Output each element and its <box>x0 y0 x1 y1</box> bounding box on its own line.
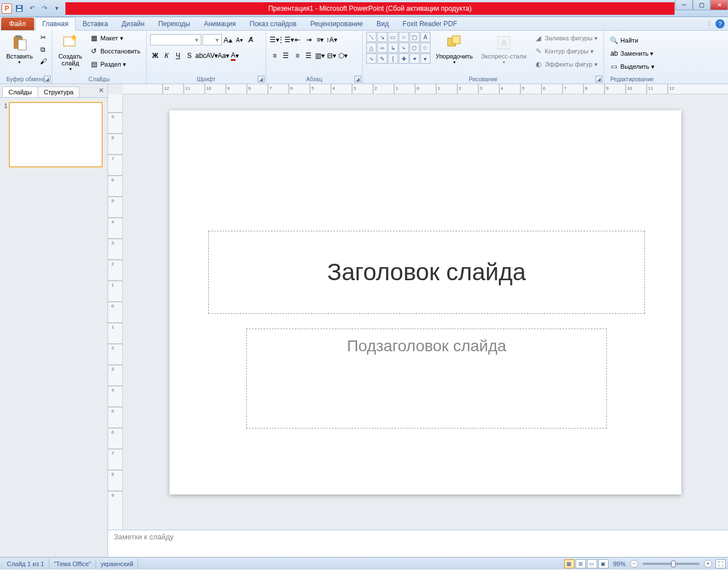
quick-styles-button[interactable]: A Экспресс-стили▾ <box>478 32 529 66</box>
slide-canvas-area[interactable]: Заголовок слайда Подзаголовок слайда <box>123 94 728 530</box>
find-button[interactable]: 🔍Найти <box>607 34 657 47</box>
maximize-button[interactable]: ▢ <box>693 0 710 10</box>
case-icon[interactable]: Aa▾ <box>218 50 229 61</box>
clipboard-launcher[interactable]: ◢ <box>44 76 51 82</box>
drawing-launcher[interactable]: ◢ <box>595 76 602 82</box>
columns-icon[interactable]: ▥▾ <box>315 50 325 61</box>
tab-view[interactable]: Вид <box>370 18 396 30</box>
strike-icon[interactable]: S <box>184 50 195 61</box>
tab-review[interactable]: Рецензирование <box>303 18 370 30</box>
increase-indent-icon[interactable]: ⇥ <box>304 34 314 45</box>
clear-format-icon[interactable]: A̸ <box>246 34 256 45</box>
copy-icon[interactable]: ⧉ <box>38 44 48 55</box>
shape-effects-button[interactable]: ◐Эффекты фигур ▾ <box>532 58 600 70</box>
font-color-icon[interactable]: A▾ <box>230 50 240 61</box>
shape-plus-icon[interactable]: ✚ <box>399 53 409 64</box>
minimize-ribbon-icon[interactable]: 〈 <box>703 19 712 28</box>
shape-textbox-icon[interactable]: A <box>420 32 431 42</box>
shape-oval-icon[interactable]: ○ <box>399 32 409 42</box>
reset-button[interactable]: ↺Восстановить <box>87 45 142 57</box>
italic-icon[interactable]: К <box>162 50 172 61</box>
zoom-in-icon[interactable]: + <box>704 560 712 568</box>
zoom-thumb[interactable] <box>671 560 676 567</box>
slide[interactable]: Заголовок слайда Подзаголовок слайда <box>169 110 681 494</box>
justify-icon[interactable]: ☰ <box>304 50 314 61</box>
font-size-combo[interactable]: ▾ <box>202 34 222 45</box>
bold-icon[interactable]: Ж <box>150 50 160 61</box>
qat-dropdown-icon[interactable]: ▾ <box>52 3 62 14</box>
close-button[interactable]: ✕ <box>710 0 728 10</box>
status-theme[interactable]: "Тема Office" <box>49 559 96 569</box>
horizontal-ruler[interactable]: 1211109876543210123456789101112 <box>123 84 728 94</box>
zoom-slider[interactable] <box>643 563 700 565</box>
shape-conn-icon[interactable]: ⤷ <box>399 43 409 53</box>
vertical-ruler[interactable]: 9876543210123456789 <box>108 94 123 530</box>
paragraph-launcher[interactable]: ◢ <box>354 76 361 82</box>
shape-tri-icon[interactable]: △ <box>366 43 377 53</box>
font-launcher[interactable]: ◢ <box>258 76 264 82</box>
view-sorter-icon[interactable]: ⊞ <box>576 559 586 568</box>
shape-rect-icon[interactable]: ▭ <box>388 32 398 42</box>
tab-insert[interactable]: Вставка <box>76 18 115 30</box>
replace-button[interactable]: abЗаменить ▾ <box>607 47 657 60</box>
title-placeholder[interactable]: Заголовок слайда <box>208 231 645 314</box>
view-slideshow-icon[interactable]: ▣ <box>598 559 609 568</box>
shape-fill-button[interactable]: ◢Заливка фигуры ▾ <box>532 32 600 44</box>
shape-more-icon[interactable]: ▾ <box>420 53 431 64</box>
cut-icon[interactable]: ✂ <box>38 32 48 43</box>
shrink-font-icon[interactable]: A▾ <box>234 34 245 45</box>
shape-free-icon[interactable]: ✎ <box>377 53 387 64</box>
redo-icon[interactable]: ↷ <box>39 3 49 14</box>
underline-icon[interactable]: Ч <box>173 50 183 61</box>
notes-pane[interactable]: Заметки к слайду <box>108 530 728 557</box>
shape-outline-button[interactable]: ✎Контур фигуры ▾ <box>532 45 600 57</box>
section-button[interactable]: ▤Раздел ▾ <box>87 58 142 70</box>
undo-icon[interactable]: ↶ <box>27 3 37 14</box>
select-button[interactable]: ▭Выделить ▾ <box>607 60 657 73</box>
panel-tab-slides[interactable]: Слайды <box>2 86 38 97</box>
status-language[interactable]: украинский <box>96 559 138 569</box>
panel-close-icon[interactable]: ✕ <box>98 86 104 94</box>
tab-foxit[interactable]: Foxit Reader PDF <box>396 18 464 30</box>
shape-arrow-icon[interactable]: ↘ <box>377 32 387 42</box>
thumbnail-item[interactable]: 1 <box>2 102 105 172</box>
panel-tab-outline[interactable]: Структура <box>38 86 80 97</box>
shapes-gallery[interactable]: ＼ ↘ ▭ ○ ▢ A △ ⇨ ↳ ⤷ ⬡ ☆ ∿ ✎ { ✚ ✦ ▾ <box>366 32 431 64</box>
font-name-combo[interactable]: ▾ <box>150 34 201 45</box>
shape-star-icon[interactable]: ☆ <box>420 43 431 53</box>
view-reading-icon[interactable]: ▭ <box>587 559 597 568</box>
shape-curve-icon[interactable]: ∿ <box>366 53 377 64</box>
shape-larrow-icon[interactable]: ⇨ <box>377 43 387 53</box>
save-icon[interactable] <box>14 3 24 14</box>
arrange-button[interactable]: Упорядочить▾ <box>433 32 475 66</box>
paste-button[interactable]: Вставить ▾ <box>3 32 36 66</box>
minimize-button[interactable]: ─ <box>675 0 693 10</box>
fit-to-window-icon[interactable]: ⛶ <box>715 559 726 568</box>
shape-brace-icon[interactable]: { <box>388 53 398 64</box>
numbering-icon[interactable]: ⋮☰▾ <box>281 34 291 45</box>
grow-font-icon[interactable]: A▴ <box>223 34 233 45</box>
format-painter-icon[interactable]: 🖌 <box>38 56 48 67</box>
zoom-value[interactable]: 99% <box>613 560 626 567</box>
help-icon[interactable]: ? <box>715 19 725 28</box>
thumbnails-list[interactable]: 1 <box>0 98 107 557</box>
shape-darrow-icon[interactable]: ↳ <box>388 43 398 53</box>
text-direction-icon[interactable]: ↕A▾ <box>326 34 337 45</box>
shape-hex-icon[interactable]: ⬡ <box>410 43 420 53</box>
layout-button[interactable]: ▦Макет ▾ <box>87 32 142 44</box>
tab-home[interactable]: Главная <box>35 17 76 31</box>
align-center-icon[interactable]: ☰ <box>281 50 291 61</box>
file-tab[interactable]: Файл <box>1 18 34 30</box>
line-spacing-icon[interactable]: ≡▾ <box>315 34 325 45</box>
status-slide-info[interactable]: Слайд 1 из 1 <box>2 559 49 569</box>
view-normal-icon[interactable]: ▦ <box>564 559 574 568</box>
align-text-icon[interactable]: ⊟▾ <box>326 50 337 61</box>
new-slide-button[interactable]: Создать слайд ▾ <box>56 32 85 73</box>
decrease-indent-icon[interactable]: ⇤ <box>292 34 303 45</box>
tab-design[interactable]: Дизайн <box>115 18 151 30</box>
shadow-icon[interactable]: abc <box>196 50 206 61</box>
shape-star4-icon[interactable]: ✦ <box>410 53 420 64</box>
shape-line-icon[interactable]: ＼ <box>366 32 377 42</box>
tab-animation[interactable]: Анимация <box>197 18 242 30</box>
shape-rrect-icon[interactable]: ▢ <box>410 32 420 42</box>
